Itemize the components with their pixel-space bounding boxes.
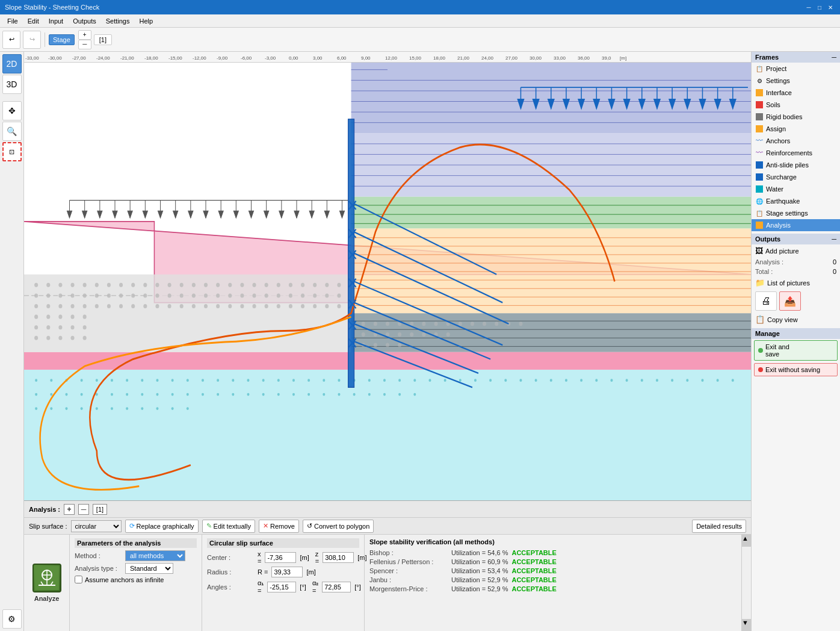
- svg-point-277: [383, 379, 386, 382]
- menu-outputs[interactable]: Outputs: [68, 16, 101, 26]
- replace-graphically-button[interactable]: ⟳ Replace graphically: [125, 520, 199, 533]
- svg-point-259: [111, 379, 113, 382]
- analysis-minus-button[interactable]: ─: [78, 504, 89, 515]
- x-input[interactable]: [265, 552, 296, 563]
- list-pictures-button[interactable]: 📁 List of pictures: [752, 276, 840, 289]
- btn-2d[interactable]: 2D: [2, 54, 22, 73]
- svg-rect-253: [24, 370, 751, 500]
- stage-increment-button[interactable]: +: [78, 30, 91, 40]
- svg-point-226: [83, 336, 87, 340]
- svg-text:-21,00: -21,00: [120, 55, 134, 61]
- svg-point-311: [187, 393, 189, 396]
- frame-item-surcharge[interactable]: Surcharge: [752, 171, 840, 183]
- menu-settings[interactable]: Settings: [101, 16, 135, 26]
- stage-button[interactable]: Stage: [49, 34, 75, 45]
- scroll-up-button[interactable]: ▲: [742, 535, 751, 547]
- svg-point-219: [58, 325, 62, 329]
- frame-item-reinforcements[interactable]: 〰 Reinforcements: [752, 147, 840, 159]
- analysis-frame-label: Analysis: [766, 222, 791, 229]
- svg-point-213: [46, 315, 50, 319]
- svg-point-155: [289, 283, 292, 287]
- copy-view-button[interactable]: 📋 Copy view: [752, 313, 840, 326]
- svg-point-333: [126, 407, 128, 410]
- frame-item-assign[interactable]: Assign: [752, 123, 840, 135]
- menu-file[interactable]: File: [2, 16, 23, 26]
- svg-point-303: [65, 393, 67, 396]
- alpha1-input[interactable]: [267, 582, 296, 592]
- frame-item-earthquake[interactable]: 🌐 Earthquake: [752, 195, 840, 207]
- outputs-header: Outputs ─: [752, 234, 840, 244]
- anti-slide-label: Anti-slide piles: [766, 161, 809, 169]
- redo-button[interactable]: ↪: [23, 31, 41, 49]
- svg-point-203: [240, 304, 244, 308]
- detailed-results-button[interactable]: Detailed results: [692, 520, 746, 533]
- svg-point-306: [111, 393, 113, 396]
- scroll-down-button[interactable]: ▼: [742, 619, 751, 631]
- svg-point-193: [119, 304, 123, 308]
- r-input[interactable]: [271, 567, 303, 577]
- assume-anchors-checkbox[interactable]: [75, 576, 82, 583]
- svg-point-217: [34, 325, 38, 329]
- print-button[interactable]: 🖨: [755, 291, 777, 311]
- exit-save-button[interactable]: Exit and save: [754, 340, 838, 361]
- alpha2-input[interactable]: [322, 582, 351, 592]
- scroll-track: [742, 547, 751, 619]
- btn-select[interactable]: ⊡: [2, 142, 22, 161]
- morgenstern-status: ACCEPTABLE: [511, 585, 556, 592]
- svg-point-196: [155, 304, 159, 308]
- menu-input[interactable]: Input: [44, 16, 68, 26]
- remove-button[interactable]: ✕ Remove: [259, 520, 299, 533]
- janbu-name: Janbu :: [369, 576, 448, 583]
- close-button[interactable]: ✕: [826, 3, 835, 11]
- surcharge-label: Surcharge: [766, 173, 797, 181]
- slip-surface-select[interactable]: circular non-circular composite: [71, 520, 122, 532]
- outputs-collapse-btn[interactable]: ─: [832, 235, 836, 243]
- frame-item-anti-slide-piles[interactable]: Anti-slide piles: [752, 159, 840, 171]
- frame-item-project[interactable]: 📋 Project: [752, 63, 840, 75]
- svg-point-237: [483, 322, 486, 326]
- undo-button[interactable]: ↩: [2, 31, 20, 49]
- analyze-button-area: Analyze: [24, 535, 70, 631]
- analysis-add-button[interactable]: +: [64, 504, 75, 515]
- btn-settings[interactable]: ⚙: [2, 609, 22, 629]
- svg-point-202: [228, 304, 232, 308]
- app-title: Slope Stability - Sheeting Check: [5, 4, 99, 11]
- frame-item-stage-settings[interactable]: 📋 Stage settings: [752, 207, 840, 219]
- svg-point-240: [519, 322, 522, 326]
- export-button[interactable]: 📤: [779, 291, 801, 311]
- bishop-status: ACCEPTABLE: [511, 549, 556, 556]
- svg-point-232: [422, 322, 425, 326]
- svg-point-323: [368, 393, 371, 396]
- menu-help[interactable]: Help: [134, 16, 158, 26]
- maximize-button[interactable]: □: [815, 3, 824, 11]
- bishop-row: Bishop : Utilization = 54,6 % ACCEPTABLE: [369, 549, 737, 556]
- analysis-type-select[interactable]: Standard Advanced: [125, 563, 173, 574]
- analyze-icon-button[interactable]: [32, 564, 61, 592]
- frame-item-analysis[interactable]: Analysis: [752, 219, 840, 231]
- water-icon: [755, 185, 764, 193]
- btn-3d[interactable]: 3D: [2, 75, 22, 94]
- add-picture-button[interactable]: 🖼 Add picture: [752, 244, 840, 257]
- minimize-button[interactable]: ─: [804, 3, 814, 11]
- svg-point-293: [626, 379, 628, 382]
- btn-zoom[interactable]: 🔍: [2, 122, 22, 141]
- frame-item-anchors[interactable]: 〰 Anchors: [752, 135, 840, 147]
- convert-polygon-button[interactable]: ↺ Convert to polygon: [303, 520, 374, 533]
- menu-edit[interactable]: Edit: [23, 16, 44, 26]
- frame-item-interface[interactable]: Interface: [752, 87, 840, 99]
- frame-item-settings[interactable]: ⚙ Settings: [752, 75, 840, 87]
- frame-item-water[interactable]: Water: [752, 183, 840, 195]
- method-select[interactable]: all methods Bishop Fellenius/Petterson S…: [125, 550, 185, 561]
- exit-no-save-button[interactable]: Exit without saving: [754, 363, 838, 376]
- edit-textually-button[interactable]: ✎ Edit textually: [202, 520, 255, 533]
- assume-anchors-label[interactable]: Assume anchors as infinite: [75, 576, 164, 583]
- svg-text:27,00: 27,00: [505, 55, 518, 61]
- z-input[interactable]: [323, 552, 354, 563]
- frame-item-rigid-bodies[interactable]: Rigid bodies: [752, 111, 840, 123]
- frame-item-soils[interactable]: Soils: [752, 99, 840, 111]
- btn-move[interactable]: ✥: [2, 101, 22, 120]
- stage-decrement-button[interactable]: ─: [78, 40, 91, 49]
- stage-number-button[interactable]: [1]: [94, 34, 112, 45]
- svg-point-191: [95, 304, 99, 308]
- frames-collapse-btn[interactable]: ─: [832, 54, 836, 61]
